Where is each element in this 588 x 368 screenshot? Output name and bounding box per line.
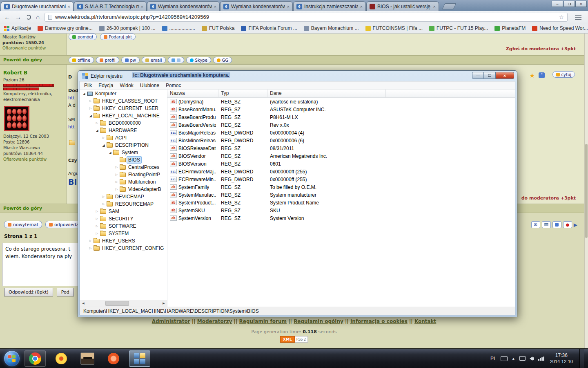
- collapse-icon[interactable]: ◢: [95, 129, 99, 132]
- new-tab-button[interactable]: [442, 3, 457, 9]
- post-button-offline[interactable]: offline: [69, 57, 94, 63]
- bookmark-item[interactable]: FIFA Polonia Forum ...: [241, 25, 297, 31]
- registry-value-row[interactable]: 011BiosMinorReleaseREG_DWORD0x00000006 (…: [167, 137, 515, 144]
- tree-item[interactable]: ▷ACPI: [80, 134, 167, 141]
- tree-item[interactable]: BIOS: [80, 156, 167, 164]
- registry-value-row[interactable]: abSystemVersionREG_SZSystem Version: [167, 214, 515, 222]
- favorite-star-icon[interactable]: ★: [530, 72, 535, 79]
- quote-button[interactable]: cytuj: [552, 71, 575, 78]
- expand-icon[interactable]: ▷: [95, 224, 99, 228]
- post-button-profil[interactable]: profil: [96, 57, 119, 63]
- taskbar-app-3[interactable]: [77, 350, 98, 367]
- menu-item-plik[interactable]: Plik: [81, 83, 95, 88]
- tree-item[interactable]: ◢HKEY_LOCAL_MACHINE: [80, 112, 167, 119]
- browser-tab[interactable]: eDługotrwałe uruchamiani×: [1, 1, 74, 11]
- home-icon[interactable]: ⌂: [36, 13, 40, 20]
- taskbar-app-2[interactable]: [51, 350, 72, 367]
- registry-value-row[interactable]: abBaseBoardVersionREG_SZRev x.0x: [167, 121, 515, 129]
- expand-icon[interactable]: ▷: [88, 99, 93, 103]
- author-name[interactable]: Robert B: [3, 70, 63, 76]
- tree-item[interactable]: ▷Multifunction: [80, 178, 167, 186]
- display-icon[interactable]: [519, 356, 526, 361]
- tree-item[interactable]: ▷HKEY_CURRENT_CONFIG: [80, 245, 167, 252]
- page-scrollbar[interactable]: [584, 34, 588, 348]
- close-button[interactable]: ×: [496, 72, 514, 79]
- tab-close-icon[interactable]: ×: [214, 4, 216, 9]
- post-button-email[interactable]: email: [142, 57, 166, 63]
- maximize-button[interactable]: [484, 72, 496, 79]
- gift-points-button[interactable]: Podaruj pkt: [100, 34, 136, 40]
- scroll-track[interactable]: [87, 300, 160, 307]
- expand-icon[interactable]: ▷: [95, 217, 99, 220]
- post-button-skype[interactable]: Skype: [186, 57, 211, 63]
- back-to-top-link[interactable]: Powrót do góry: [3, 206, 42, 211]
- language-indicator[interactable]: PL: [490, 356, 497, 361]
- rss-badge[interactable]: XMLRSS 2: [0, 336, 588, 343]
- start-button[interactable]: [4, 351, 20, 366]
- back-to-top-link[interactable]: Powrót do góry: [3, 57, 42, 63]
- minimize-button[interactable]: —: [472, 72, 484, 79]
- tree-item[interactable]: ▷SECURITY: [80, 215, 167, 222]
- bookmark-item[interactable]: FUT Polska: [202, 25, 234, 31]
- footer-link[interactable]: Moderatorzy: [197, 319, 232, 324]
- volume-icon[interactable]: [530, 357, 534, 361]
- email-topic-icon[interactable]: ✉: [531, 221, 540, 228]
- tree-item[interactable]: ▷HKEY_CURRENT_USER: [80, 105, 167, 112]
- expand-icon[interactable]: ▷: [114, 180, 119, 184]
- registry-value-row[interactable]: abBIOSVersionREG_SZ0601: [167, 160, 515, 168]
- network-icon[interactable]: [538, 357, 544, 361]
- bookmark-item[interactable]: FUTCOINSMS | Fifa ...: [365, 25, 423, 31]
- menu-item-widok[interactable]: Widok: [116, 83, 136, 88]
- footer-link[interactable]: Administrator: [152, 319, 190, 324]
- column-header-typ[interactable]: Typ: [218, 90, 267, 97]
- save-topic-icon[interactable]: [552, 221, 561, 228]
- tab-close-icon[interactable]: ×: [68, 4, 70, 9]
- refresh-icon[interactable]: [26, 15, 31, 20]
- back-icon[interactable]: ←: [4, 13, 10, 20]
- report-to-moderator-link[interactable]: Zgłoś do moderatora +3pkt: [506, 46, 576, 52]
- post-button-friends[interactable]: [168, 57, 184, 63]
- reply-button[interactable]: Odpowiedź (0pkt): [4, 288, 53, 296]
- quote-bubble-icon[interactable]: ": [539, 72, 545, 78]
- tree-item[interactable]: ▷SYSTEM: [80, 230, 167, 237]
- show-desktop-button[interactable]: [579, 349, 584, 368]
- maximize-button[interactable]: [564, 1, 575, 7]
- expand-icon[interactable]: ▷: [114, 188, 119, 191]
- expand-icon[interactable]: ▷: [95, 210, 99, 213]
- bookmark-item[interactable]: Bayern Monachium ...: [304, 25, 359, 31]
- donate-points-link[interactable]: Ofiarowanie punktów: [2, 45, 64, 51]
- tree-item[interactable]: ▷DEVICEMAP: [80, 193, 167, 200]
- bookmark-item[interactable]: Need for Speed Wor...: [532, 25, 588, 31]
- collapse-icon[interactable]: ◢: [101, 144, 106, 147]
- scroll-thumb[interactable]: [105, 301, 129, 306]
- scroll-left-icon[interactable]: ◀: [80, 302, 87, 305]
- tree-item[interactable]: ▷SAM: [80, 208, 167, 215]
- taskbar-regedit[interactable]: [129, 350, 150, 367]
- bookmark-item[interactable]: ...................: [162, 25, 195, 31]
- expand-icon[interactable]: ▷: [101, 202, 106, 206]
- scrollbar-thumb[interactable]: [585, 144, 588, 238]
- collapse-icon[interactable]: ◢: [82, 92, 86, 96]
- tree-item[interactable]: ◢HARDWARE: [80, 127, 167, 134]
- footer-link[interactable]: Regulamin forum: [239, 319, 287, 324]
- footer-link[interactable]: Kontakt: [414, 319, 436, 324]
- donate-points-link[interactable]: Ofiarowanie punktów: [3, 157, 63, 162]
- tree-item[interactable]: ◢DESCRIPTION: [80, 141, 167, 149]
- browser-tab[interactable]: BIOS - jak ustalić wersję b...×: [366, 1, 439, 11]
- taskbar-app-4[interactable]: [103, 350, 124, 367]
- menu-item-edycja[interactable]: Edycja: [95, 83, 116, 88]
- tab-close-icon[interactable]: ×: [287, 4, 290, 9]
- registry-value-row[interactable]: 011ECFirmwareMin...REG_DWORD0x000000ff (…: [167, 175, 515, 183]
- menu-item-ulubione[interactable]: Ulubione: [137, 83, 163, 88]
- tree-item[interactable]: ▷FloatingPointP: [80, 171, 167, 178]
- menu-item-pomoc[interactable]: Pomoc: [163, 83, 184, 88]
- registry-value-row[interactable]: abBIOSVendorREG_SZAmerican Megatrends In…: [167, 152, 515, 160]
- tree-item[interactable]: ▷RESOURCEMAP: [80, 200, 167, 208]
- tab-close-icon[interactable]: ×: [360, 4, 363, 9]
- registry-value-row[interactable]: abBaseBoardProdu...REG_SZP8H61-M LX: [167, 113, 515, 121]
- browser-tab[interactable]: eWymiana kondensatorów×: [147, 1, 220, 11]
- bookmark-item[interactable]: 26-30 pompek | 100 ...: [99, 25, 156, 31]
- taskbar-chrome[interactable]: [24, 350, 46, 367]
- browser-tab[interactable]: eS.M.A.R.T Technologia m...×: [74, 1, 147, 11]
- keyboard-icon[interactable]: [501, 356, 508, 361]
